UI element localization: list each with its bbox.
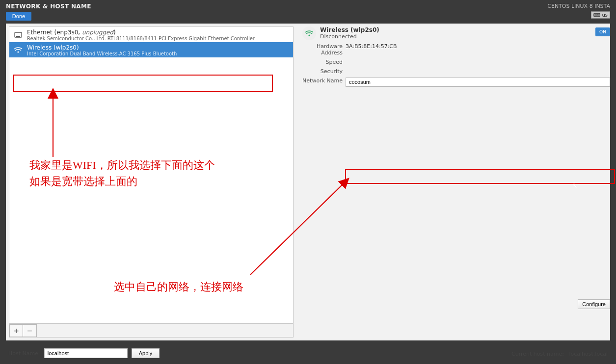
svg-line-5 [250,182,346,275]
annotation-arrow-1 [0,0,616,364]
